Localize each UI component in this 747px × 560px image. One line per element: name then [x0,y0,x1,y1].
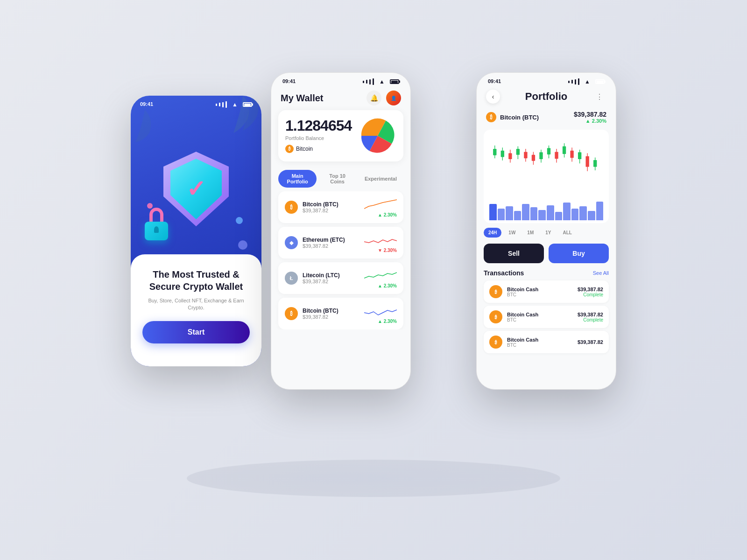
portfolio-card: 1.1284654 Portfolio Balance ₿ Bitcoin [278,110,403,161]
svg-rect-27 [593,160,597,167]
transactions-section: Transactions See All ₿ Bitcoin Cash BTC … [477,267,616,358]
tx-right-1: $39,387.82 Complete [578,287,603,297]
msignal-3 [369,79,371,84]
btc-info-row: ₿ Bitcoin (BTC) $39,387.82 ▲ 2.30% [477,108,616,126]
coin-right-eth: ▼ 2.30% [364,232,397,253]
eth-coin-icon: ◆ [285,236,298,249]
coin-details-btc: Bitcoin (BTC) $39,387.82 [303,201,338,213]
buy-button[interactable]: Buy [549,244,609,263]
change-eth: ▼ 2.30% [378,248,397,253]
trade-buttons: Sell Buy [477,240,616,267]
sparkline-btc2 [364,303,397,317]
candle-group-1 [493,143,597,171]
lock-keyhole [154,226,159,233]
bar-6 [530,207,538,220]
tx-icon-1: ₿ [489,285,502,298]
tab-top-coins[interactable]: Top 10 Coins [319,170,356,188]
coin-info-btc: ₿ Bitcoin (BTC) $39,387.82 [285,201,338,214]
svg-rect-17 [555,152,558,159]
time-btn-all[interactable]: ALL [558,228,577,238]
mid-time: 09:41 [282,78,296,85]
user-avatar[interactable]: 👤 [386,91,401,105]
sell-button[interactable]: Sell [484,244,544,263]
tx-amount-2: $39,387.82 [578,312,603,317]
time-btn-24h[interactable]: 24H [484,228,501,238]
tx-status-1: Complete [578,292,603,297]
tx-left-3: ₿ Bitcoin Cash BTC [489,336,538,349]
pie-chart [359,117,396,154]
start-button[interactable]: Start [142,321,250,343]
svg-rect-25 [586,156,589,167]
bar-2 [498,209,505,220]
palm-deco-top [215,96,261,147]
btc-icon-right: ₿ [486,112,496,122]
rsignal-4 [578,78,579,85]
left-time: 09:41 [140,101,153,108]
wifi-icon-right: ▲ [585,78,590,85]
svg-rect-23 [578,152,581,159]
svg-rect-9 [524,152,527,158]
time-range-bar: 24H 1W 1M 1Y ALL [477,225,616,240]
btc2-coin-icon: ₿ [285,307,298,320]
left-subtext: Buy, Store, Collect NFT, Exchange & Earn… [142,297,250,312]
coin-right-ltc: ▲ 2.30% [364,268,397,288]
coin-name-eth: Ethereum (ETC) [303,237,345,243]
checkmark-icon: ✓ [186,177,206,201]
bitcoin-badge: ₿ Bitcoin [285,145,352,153]
msignal-2 [366,80,367,84]
right-status-bar: 09:41 ▲ [477,73,616,85]
svg-rect-7 [516,149,520,155]
coin-item-ltc[interactable]: Ł Litecoin (LTC) $39,387.82 ▲ 2.30% [278,262,403,294]
bell-icon[interactable]: 🔔 [366,91,381,105]
tx-item-1[interactable]: ₿ Bitcoin Cash BTC $39,387.82 Complete [484,280,609,303]
main-platform [187,460,560,497]
tab-experimental[interactable]: Experimental [358,170,403,188]
right-time: 09:41 [488,78,501,85]
coin-item-btc2[interactable]: ₿ Bitcoin (BTC) $39,387.82 ▲ 2.30% [278,298,403,329]
bar-14 [596,202,604,220]
tx-sub-1: BTC [507,292,538,297]
coin-details-ltc: Litecoin (LTC) $39,387.82 [303,272,340,284]
svg-rect-5 [508,153,512,159]
rsignal-2 [571,80,573,84]
coin-name-btc: Bitcoin (BTC) [303,201,338,208]
change-btc2: ▲ 2.30% [378,319,397,324]
btc-price-info: $39,387.82 ▲ 2.30% [574,111,606,124]
tx-item-2[interactable]: ₿ Bitcoin Cash BTC $39,387.82 Complete [484,306,609,328]
tab-main-portfolio[interactable]: Main Portfolio [278,170,317,188]
candlestick-chart-svg [488,134,604,195]
wallet-header: My Wallet 🔔 👤 [271,85,410,105]
bar-13 [588,211,595,220]
phone-left: 09:41 ▲ ✓ [131,96,261,366]
coin-info-btc2: ₿ Bitcoin (BTC) $39,387.82 [285,307,338,320]
coin-item-btc[interactable]: ₿ Bitcoin (BTC) $39,387.82 ▲ 2.30% [278,191,403,223]
coin-price-btc: $39,387.82 [303,208,338,213]
bar-chart [488,197,604,220]
time-btn-1w[interactable]: 1W [504,228,520,238]
rsignal-1 [568,81,570,83]
portfolio-balance: 1.1284654 [285,117,352,134]
sparkline-btc [364,197,397,211]
tx-right-2: $39,387.82 Complete [578,312,603,322]
btc-name-right: Bitcoin (BTC) [500,114,539,121]
bitcoin-text: Bitcoin [296,146,313,152]
back-button[interactable]: ‹ [486,90,500,104]
more-button[interactable]: ⋮ [592,90,606,104]
float-dot-4 [238,240,247,250]
coin-details-btc2: Bitcoin (BTC) $39,387.82 [303,308,338,320]
see-all-link[interactable]: See All [593,270,609,276]
coin-item-eth[interactable]: ◆ Ethereum (ETC) $39,387.82 ▼ 2.30% [278,227,403,259]
time-btn-1m[interactable]: 1M [522,228,538,238]
time-btn-1y[interactable]: 1Y [541,228,556,238]
change-ltc: ▲ 2.30% [378,283,397,288]
portfolio-left: 1.1284654 Portfolio Balance ₿ Bitcoin [285,117,352,153]
bar-11 [571,209,579,220]
tx-item-3[interactable]: ₿ Bitcoin Cash BTC $39,387.82 [484,331,609,353]
svg-rect-3 [501,151,504,157]
coin-right-btc: ▲ 2.30% [364,197,397,217]
coin-price-ltc: $39,387.82 [303,279,340,284]
ltc-coin-icon: Ł [285,272,298,285]
tx-sub-3: BTC [507,343,538,348]
left-headline: The Most Trusted & Secure Crypto Wallet [142,268,250,293]
tx-left-1: ₿ Bitcoin Cash BTC [489,285,538,298]
